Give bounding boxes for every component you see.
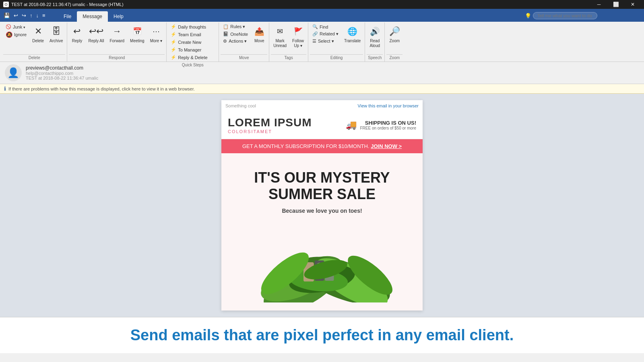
select-button[interactable]: ☰ Select ▾	[310, 38, 341, 45]
minimize-button[interactable]: ─	[591, 0, 607, 9]
create-new-btn[interactable]: ⚡ Create New	[168, 39, 204, 45]
bottom-banner: Send emails that are pixel perfect in an…	[0, 317, 644, 353]
actions-button[interactable]: ⚙ Actions ▾	[221, 38, 250, 45]
tropical-svg	[229, 222, 415, 302]
more-button[interactable]: ⋯ More ▾	[148, 23, 165, 45]
tab-help[interactable]: Help	[108, 11, 129, 22]
qat-undo[interactable]: ↩	[12, 12, 19, 19]
rules-button[interactable]: 📋 Rules ▾	[221, 23, 250, 30]
shipping-main-text: SHIPPING IS ON US!	[360, 120, 416, 126]
promo-cta-link[interactable]: JOIN NOW >	[371, 143, 402, 149]
team-email-btn[interactable]: ⚡ Team Email	[168, 31, 203, 38]
delete-icon: ✕	[35, 25, 42, 38]
promo-banner[interactable]: GET A MONTHLY SUBSCRIPTION FOR $10/MONTH…	[221, 139, 423, 153]
related-button[interactable]: 🔗 Related ▾	[310, 31, 341, 37]
junk-icon: 🚫	[6, 24, 11, 29]
ignore-button[interactable]: 🔕 Ignore	[3, 31, 29, 39]
zoom-group-label: Zoom	[386, 54, 402, 61]
quicksteps-group-label: Quick Steps	[168, 62, 217, 68]
actions-icon: ⚙	[223, 39, 227, 44]
junk-button[interactable]: 🚫 Junk ▾	[3, 23, 29, 30]
shipping-sub-text: FREE on orders of $50 or more	[360, 126, 416, 130]
ribbon-group-quicksteps: ⚡ Daily thoughts ⚡ Team Email ⚡ Create N…	[167, 23, 219, 62]
reply-button[interactable]: ↩ Reply	[69, 23, 85, 45]
follow-up-button[interactable]: 🚩 FollowUp ▾	[290, 23, 306, 50]
title-bar-text: TEST at 2018-08-22 11:36:47) umalic - Me…	[11, 2, 124, 7]
recipient-email: help@contacthippo.com	[26, 71, 639, 76]
tell-me-icon: 💡	[525, 13, 531, 19]
ribbon-tabs: File Message Help 💡	[0, 9, 644, 22]
forward-icon: →	[113, 25, 122, 38]
reply-delete-btn[interactable]: ⚡ Reply & Delete	[168, 54, 210, 61]
mark-unread-button[interactable]: ✉ MarkUnread	[271, 23, 289, 50]
related-icon: 🔗	[312, 31, 318, 37]
daily-thoughts-btn[interactable]: ⚡ Daily thoughts	[168, 23, 208, 30]
info-bar[interactable]: ℹ If there are problems with how this me…	[0, 84, 644, 94]
ribbon-area: 💾 ↩ ↪ ↑ ↓ ≡ File Message Help 💡 🚫 Junk ▾	[0, 9, 644, 62]
zoom-button[interactable]: 🔎 Zoom	[386, 23, 402, 45]
reply-icon: ↩	[73, 25, 80, 38]
ribbon-group-delete: 🚫 Junk ▾ 🔕 Ignore ✕ Delete	[2, 23, 67, 62]
shipping-truck-icon: 🚚	[346, 120, 357, 130]
zoom-icon: 🔎	[389, 25, 400, 38]
editing-group-label: Editing	[310, 54, 363, 61]
app-icon: O	[3, 2, 9, 7]
translate-button[interactable]: 🌐 Translate	[342, 23, 363, 45]
tab-file[interactable]: File	[58, 11, 77, 22]
meeting-button[interactable]: 📅 Meeting	[128, 23, 147, 45]
onenote-button[interactable]: 📓 OneNote	[221, 31, 250, 37]
find-icon: 🔍	[312, 24, 318, 29]
delete-button[interactable]: ✕ Delete	[30, 23, 46, 45]
qat-down[interactable]: ↓	[35, 12, 40, 19]
maximize-button[interactable]: ⬜	[608, 0, 624, 9]
shipping-badge: 🚚 SHIPPING IS ON US! FREE on orders of $…	[346, 120, 416, 130]
sender-email: previews@contacthall.com	[26, 65, 639, 71]
ribbon-group-move: 📋 Rules ▾ 📓 OneNote ⚙ Actions ▾ 📤 Move	[219, 23, 269, 62]
tags-group-label: Tags	[271, 54, 306, 61]
ignore-icon: 🔕	[6, 31, 12, 38]
sale-subheading: Because we love you on toes!	[229, 208, 415, 214]
move-group-label: Move	[221, 54, 267, 61]
tell-me-input[interactable]	[533, 12, 597, 19]
sender-avatar: 👤	[5, 64, 22, 81]
delete-group-label: Delete	[3, 54, 65, 61]
to-manager-btn[interactable]: ⚡ To Manager	[168, 46, 204, 53]
email-container: Something cool View this email in your b…	[221, 100, 423, 311]
follow-up-icon: 🚩	[294, 25, 303, 38]
quickstep-icon-4: ⚡	[171, 47, 176, 52]
move-button[interactable]: 📤 Move	[251, 23, 267, 45]
view-in-browser-link[interactable]: View this email in your browser	[358, 103, 419, 108]
sale-heading: IT'S OUR MYSTERY SUMMER SALE	[229, 169, 415, 203]
archive-button[interactable]: 🗄 Archive	[47, 23, 65, 45]
ribbon: 🚫 Junk ▾ 🔕 Ignore ✕ Delete	[0, 22, 644, 62]
ribbon-group-respond: ↩ Reply ↩↩ Reply All → Forward 📅 Meeting…	[67, 23, 167, 62]
find-button[interactable]: 🔍 Find	[310, 23, 341, 30]
preheader-text: Something cool	[225, 103, 256, 108]
select-icon: ☰	[312, 39, 316, 44]
onenote-icon: 📓	[223, 31, 229, 37]
qat-up[interactable]: ↑	[29, 12, 34, 19]
window-controls: ─ ⬜ ✕	[591, 0, 641, 9]
quickstep-icon-3: ⚡	[171, 39, 176, 45]
close-button[interactable]: ✕	[625, 0, 641, 9]
qat-save[interactable]: 💾	[2, 12, 11, 19]
reply-all-button[interactable]: ↩↩ Reply All	[86, 23, 106, 45]
email-header-bar: LOREM IPSUM COLORSITAMET 🚚 SHIPPING IS O…	[221, 111, 423, 139]
product-illustration	[229, 222, 415, 302]
qat-redo[interactable]: ↪	[21, 12, 27, 19]
qat-more[interactable]: ≡	[41, 12, 47, 19]
ribbon-group-speech: 🔊 ReadAloud Speech	[365, 23, 385, 62]
quickstep-icon-5: ⚡	[171, 55, 176, 60]
quickstep-icon-2: ⚡	[171, 32, 176, 37]
forward-button[interactable]: → Forward	[107, 23, 127, 45]
promo-text: GET A MONTHLY SUBSCRIPTION FOR $10/MONTH…	[242, 143, 369, 149]
email-logo: LOREM IPSUM COLORSITAMET	[228, 116, 312, 134]
tab-message[interactable]: Message	[77, 11, 108, 22]
quickstep-icon-1: ⚡	[171, 24, 176, 29]
read-aloud-button[interactable]: 🔊 ReadAloud	[367, 23, 383, 50]
info-message: If there are problems with how this mess…	[8, 86, 195, 91]
mark-unread-icon: ✉	[277, 25, 283, 38]
email-preheader: Something cool View this email in your b…	[221, 100, 423, 111]
email-body: IT'S OUR MYSTERY SUMMER SALE Because we …	[221, 153, 423, 311]
rules-icon: 📋	[223, 24, 229, 29]
